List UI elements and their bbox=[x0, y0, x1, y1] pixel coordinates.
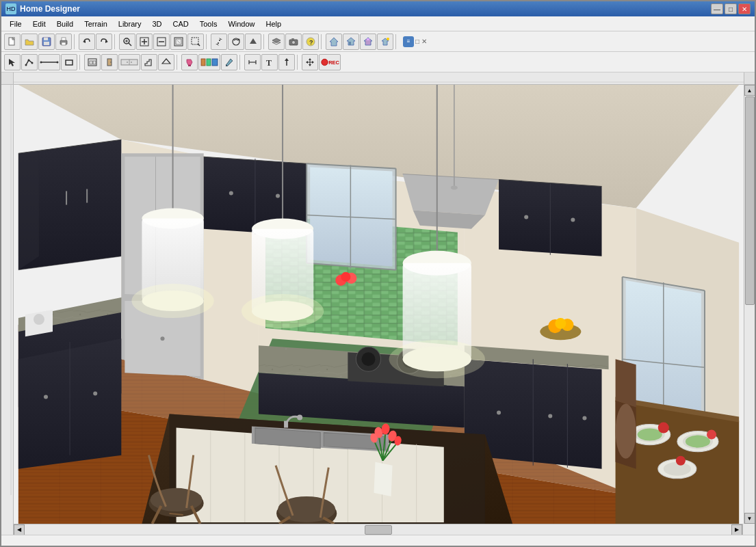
menu-cad[interactable]: CAD bbox=[167, 18, 194, 29]
svg-point-156 bbox=[548, 414, 552, 418]
house-3d-button[interactable] bbox=[360, 34, 376, 50]
up-arrow-button[interactable] bbox=[245, 34, 261, 50]
print-button[interactable] bbox=[55, 34, 72, 50]
help-button[interactable]: ? bbox=[302, 34, 319, 50]
menu-library[interactable]: Library bbox=[113, 18, 147, 29]
svg-point-50 bbox=[57, 61, 59, 63]
cabinet-button[interactable] bbox=[118, 54, 140, 70]
scroll-thumb-vertical[interactable] bbox=[745, 96, 755, 305]
scrollbar-vertical[interactable]: ▲ ▼ bbox=[744, 85, 755, 524]
title-bar: HD Home Designer — □ ✕ bbox=[1, 1, 755, 16]
scrollbar-horizontal[interactable]: ◀ ▶ bbox=[14, 524, 742, 535]
separator-2 bbox=[114, 34, 117, 49]
kitchen-scene-svg bbox=[14, 85, 744, 524]
scroll-left-button[interactable]: ◀ bbox=[14, 524, 25, 535]
ruler-horizontal bbox=[14, 72, 744, 85]
separator-4 bbox=[263, 34, 266, 49]
house-sun-button[interactable] bbox=[377, 34, 393, 50]
separator-10 bbox=[297, 55, 300, 70]
scroll-thumb-horizontal[interactable] bbox=[365, 525, 392, 535]
svg-line-24 bbox=[198, 44, 200, 46]
dimension-button[interactable] bbox=[244, 54, 261, 70]
camera-button[interactable] bbox=[285, 34, 302, 50]
undo-button[interactable] bbox=[79, 34, 95, 50]
zoom-out-button[interactable] bbox=[153, 34, 170, 50]
svg-point-140 bbox=[524, 215, 528, 219]
material-button[interactable] bbox=[198, 54, 220, 70]
svg-point-120 bbox=[161, 336, 165, 341]
scroll-up-button[interactable]: ▲ bbox=[744, 85, 755, 96]
menu-3d[interactable]: 3D bbox=[146, 18, 167, 29]
eyedropper-button[interactable] bbox=[221, 54, 237, 70]
menu-terrain[interactable]: Terrain bbox=[79, 18, 113, 29]
svg-point-60 bbox=[131, 62, 132, 63]
svg-marker-75 bbox=[309, 58, 311, 60]
line-tool-button[interactable] bbox=[38, 54, 60, 70]
save-button[interactable] bbox=[38, 34, 55, 50]
house-view-button[interactable] bbox=[343, 34, 359, 50]
menu-file[interactable]: File bbox=[4, 18, 27, 29]
door-button[interactable] bbox=[101, 54, 118, 70]
canvas-container: ▲ ▼ ◀ bbox=[14, 72, 755, 535]
svg-rect-62 bbox=[188, 65, 191, 66]
house-basic-button[interactable] bbox=[326, 34, 342, 50]
svg-point-233 bbox=[242, 294, 324, 328]
menu-tools[interactable]: Tools bbox=[194, 18, 223, 29]
ruler-h-marks bbox=[14, 72, 744, 85]
roof-button[interactable] bbox=[158, 54, 174, 70]
menu-bar: File Edit Build Terrain Library 3D CAD T… bbox=[1, 16, 755, 31]
svg-point-228 bbox=[131, 284, 213, 318]
paint-tool-button[interactable] bbox=[181, 54, 198, 70]
window-title: Home Designer bbox=[20, 4, 711, 14]
house-floor-button[interactable] bbox=[84, 54, 101, 70]
redo-button[interactable] bbox=[96, 34, 112, 50]
svg-point-238 bbox=[389, 340, 485, 378]
menu-build[interactable]: Build bbox=[51, 18, 79, 29]
svg-rect-53 bbox=[90, 61, 92, 64]
svg-rect-39 bbox=[349, 42, 351, 45]
svg-point-186 bbox=[297, 415, 302, 421]
pan-button[interactable] bbox=[211, 34, 227, 50]
svg-rect-64 bbox=[207, 59, 211, 66]
layers-button[interactable] bbox=[268, 34, 285, 50]
svg-point-59 bbox=[127, 62, 128, 63]
svg-point-217 bbox=[686, 436, 710, 448]
svg-point-47 bbox=[31, 62, 34, 64]
scroll-down-button[interactable]: ▼ bbox=[744, 513, 755, 524]
svg-rect-8 bbox=[62, 42, 66, 45]
arrow-up-tool-button[interactable] bbox=[278, 54, 295, 70]
rectangle-tool-button[interactable] bbox=[61, 54, 77, 70]
svg-rect-81 bbox=[1, 85, 14, 495]
record-button[interactable]: REC bbox=[319, 54, 341, 70]
zoom-region-button[interactable] bbox=[187, 34, 204, 50]
svg-marker-29 bbox=[250, 38, 257, 44]
ruler-vertical bbox=[1, 72, 14, 535]
separator-6 bbox=[395, 34, 398, 49]
svg-marker-134 bbox=[403, 174, 499, 215]
rotate-3d-button[interactable] bbox=[228, 34, 244, 50]
menu-edit[interactable]: Edit bbox=[27, 18, 51, 29]
menu-help[interactable]: Help bbox=[261, 18, 287, 29]
svg-marker-44 bbox=[9, 59, 15, 66]
zoom-magnify-button[interactable] bbox=[119, 34, 135, 50]
polyline-tool-button[interactable] bbox=[21, 54, 38, 70]
text-tool-button[interactable]: T bbox=[261, 54, 278, 70]
close-button[interactable]: ✕ bbox=[738, 3, 751, 14]
minimize-button[interactable]: — bbox=[711, 3, 723, 14]
open-button[interactable] bbox=[21, 34, 38, 50]
canvas-and-scrollbars: ▲ ▼ bbox=[14, 85, 755, 524]
stairs-button[interactable] bbox=[141, 54, 157, 70]
viewport-3d[interactable] bbox=[14, 85, 744, 524]
svg-marker-222 bbox=[616, 359, 636, 407]
scroll-right-button[interactable]: ▶ bbox=[731, 524, 742, 535]
svg-point-246 bbox=[34, 314, 44, 325]
transform-button[interactable] bbox=[302, 54, 318, 70]
menu-window[interactable]: Window bbox=[222, 18, 260, 29]
svg-point-244 bbox=[93, 391, 97, 395]
fit-screen-button[interactable] bbox=[170, 34, 187, 50]
svg-marker-72 bbox=[285, 58, 289, 61]
select-tool-button[interactable] bbox=[4, 54, 21, 70]
zoom-in-button[interactable] bbox=[136, 34, 153, 50]
new-button[interactable] bbox=[4, 34, 21, 50]
maximize-button[interactable]: □ bbox=[725, 3, 737, 14]
